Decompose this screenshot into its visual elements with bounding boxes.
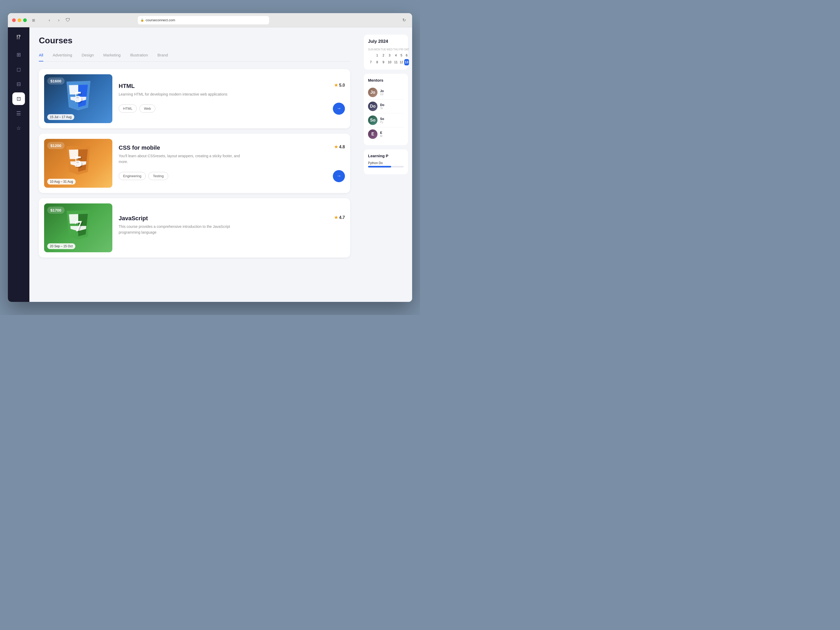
cal-day-3[interactable]: 3: [387, 52, 392, 58]
html-tag-web[interactable]: Web: [139, 104, 155, 113]
learning-item-python: Python Do: [368, 161, 404, 167]
css-date-badge: 10 Aug – 31 Aug: [47, 179, 76, 185]
mentor-avatar-douglas: Do: [368, 102, 377, 111]
maximize-button[interactable]: [23, 18, 27, 22]
minimize-button[interactable]: [17, 18, 21, 22]
cal-header-fri: FRI: [399, 47, 403, 52]
mentor-item-douglas[interactable]: Do Do Te: [368, 99, 404, 114]
css-tag-testing[interactable]: Testing: [148, 172, 168, 180]
cal-day-8[interactable]: 8: [374, 59, 380, 65]
app-layout: ⁉ ⊞ ◻ ⊟ ⊡ ☰ ☆ Courses: [8, 27, 412, 302]
tab-design[interactable]: Design: [82, 53, 94, 62]
sidebar: ⁉ ⊞ ◻ ⊟ ⊡ ☰ ☆: [8, 27, 29, 302]
html-course-desc: Learning HTML for developing modern inte…: [118, 92, 245, 97]
js-star-icon: ★: [334, 215, 338, 220]
css-course-title: CSS for mobile: [118, 144, 160, 151]
mentor-info-sophia: So Py: [380, 117, 384, 124]
tab-illustration[interactable]: Illustration: [130, 53, 148, 62]
cal-day-1[interactable]: 1: [374, 52, 380, 58]
back-button[interactable]: ‹: [46, 17, 53, 24]
learning-item-title: Python Do: [368, 161, 404, 165]
mentors-title: Mentors: [368, 78, 404, 82]
html-course-header: HTML ★ 5.0: [118, 83, 345, 90]
sidebar-item-list[interactable]: ☰: [12, 107, 25, 120]
mentor-item-sophia[interactable]: So So Py: [368, 114, 404, 127]
sidebar-item-calendar[interactable]: ⊟: [12, 78, 25, 90]
cal-day-5[interactable]: 5: [399, 52, 403, 58]
cal-day-7[interactable]: 7: [368, 59, 374, 65]
shield-icon: 🛡: [66, 17, 70, 23]
sidebar-item-star[interactable]: ☆: [12, 122, 25, 134]
cal-day-9[interactable]: 9: [381, 59, 386, 65]
css-course-footer: Engineering Testing →: [118, 170, 345, 182]
folder-icon: ⊡: [17, 96, 21, 102]
cal-day-4[interactable]: 4: [393, 52, 399, 58]
calendar-icon: ⊟: [17, 81, 21, 87]
js-course-image: $1700 7 20 Sep – 15 Oct: [44, 204, 112, 252]
mentor-name-sophia: So: [380, 117, 384, 121]
mentor-item-emma[interactable]: E E M: [368, 127, 404, 141]
cal-header-sun: SUN: [368, 47, 374, 52]
html-course-image: $1600 5 15 Jul – 17 Aug: [44, 74, 112, 123]
url-bar[interactable]: 🔒 courseconnect.com: [138, 16, 269, 24]
cal-day-12[interactable]: 12: [399, 59, 403, 65]
css-star-icon: ★: [334, 144, 338, 149]
app-logo[interactable]: ⁉: [13, 32, 24, 43]
html-course-title: HTML: [118, 83, 135, 90]
reload-button[interactable]: ↻: [401, 17, 408, 24]
progress-fill: [368, 166, 391, 167]
js-rating-value: 4.7: [339, 215, 345, 220]
browser-window: ⊞ ‹ › 🛡 🔒 courseconnect.com ↻ ⁉ ⊞ ◻ ⊟: [8, 13, 412, 302]
layout-icon: ⊞: [17, 51, 21, 58]
html-star-icon: ★: [334, 83, 338, 88]
css-course-desc: You'll learn about CSSresets, layout wra…: [118, 153, 245, 164]
mentor-name-jonathan: Jo: [380, 89, 384, 93]
tab-all[interactable]: All: [39, 53, 43, 62]
learning-title: Learning P: [368, 153, 404, 158]
html-course-rating: ★ 5.0: [334, 83, 345, 88]
cal-header-sat: SAT: [404, 47, 409, 52]
html-go-button[interactable]: →: [333, 103, 345, 115]
mentor-role-douglas: Te: [380, 107, 384, 110]
tab-marketing[interactable]: Marketing: [103, 53, 121, 62]
js-course-title: JavaScript: [118, 215, 148, 222]
css-tag-engineering[interactable]: Engineering: [118, 172, 146, 180]
calendar-month: July 2024: [368, 39, 404, 44]
cal-header-mon: MON: [374, 47, 380, 52]
learning-section: Learning P Python Do: [364, 149, 408, 174]
document-icon: ◻: [17, 66, 21, 73]
close-button[interactable]: [12, 18, 16, 22]
page-title: Courses: [39, 36, 350, 46]
mentor-role-sophia: Py: [380, 121, 384, 124]
js-course-desc: This course provides a comprehensive int…: [118, 224, 245, 235]
category-tabs: All Advertising Design Marketing Illustr…: [39, 53, 350, 62]
css-go-button[interactable]: →: [333, 170, 345, 182]
css-course-info: CSS for mobile ★ 4.8 You'll learn about …: [118, 144, 345, 182]
cal-day-11[interactable]: 11: [393, 59, 399, 65]
sidebar-item-folder[interactable]: ⊡: [12, 92, 25, 105]
sidebar-toggle-icon[interactable]: ⊞: [30, 17, 37, 24]
url-text: courseconnect.com: [146, 18, 175, 22]
html-rating-value: 5.0: [339, 83, 345, 88]
cal-header-tue: TUE: [381, 47, 386, 52]
sidebar-item-document[interactable]: ◻: [12, 63, 25, 76]
lock-icon: 🔒: [141, 18, 144, 22]
cal-day[interactable]: [368, 52, 374, 58]
calendar-section: July 2024 SUN MON TUE WED THU FRI SAT 1 …: [364, 35, 408, 69]
right-panel: July 2024 SUN MON TUE WED THU FRI SAT 1 …: [360, 27, 412, 302]
forward-button[interactable]: ›: [55, 17, 63, 24]
mentor-role-emma: M: [380, 135, 382, 137]
cal-day-10[interactable]: 10: [387, 59, 392, 65]
main-content: Courses All Advertising Design Marketing…: [29, 27, 360, 302]
tab-brand[interactable]: Brand: [158, 53, 168, 62]
mentor-name-emma: E: [380, 131, 382, 135]
cal-day-13[interactable]: 13: [404, 59, 409, 65]
html-course-info: HTML ★ 5.0 Learning HTML for developing …: [118, 83, 345, 115]
html-tag-html[interactable]: HTML: [118, 104, 137, 113]
sidebar-item-layout[interactable]: ⊞: [12, 48, 25, 61]
mentor-info-emma: E M: [380, 131, 382, 137]
mentor-item-jonathan[interactable]: Jo Jo UI/: [368, 85, 404, 99]
tab-advertising[interactable]: Advertising: [53, 53, 72, 62]
cal-day-6[interactable]: 6: [404, 52, 409, 58]
cal-day-2[interactable]: 2: [381, 52, 386, 58]
